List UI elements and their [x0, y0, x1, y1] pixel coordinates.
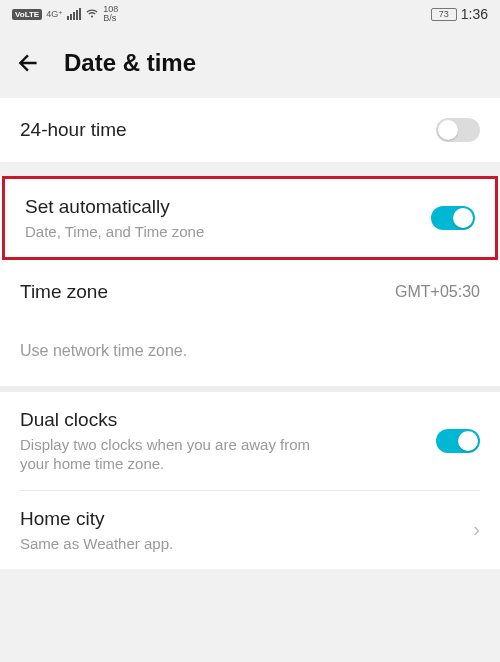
toggle-24-hour[interactable] — [436, 118, 480, 142]
highlight-frame: Set automatically Date, Time, and Time z… — [2, 176, 498, 260]
hint-use-network-time-zone: Use network time zone. — [0, 324, 500, 386]
network-gen: 4G⁺ — [46, 9, 63, 19]
row-label: Dual clocks — [20, 408, 340, 433]
toggle-dual-clocks[interactable] — [436, 429, 480, 453]
header: Date & time — [0, 28, 500, 98]
row-label: Set automatically — [25, 195, 204, 220]
row-sublabel: Display two clocks when you are away fro… — [20, 435, 340, 474]
row-sublabel: Date, Time, and Time zone — [25, 222, 204, 242]
signal-icon — [67, 8, 81, 20]
status-clock: 1:36 — [461, 6, 488, 22]
row-label: Home city — [20, 507, 173, 532]
row-24-hour-time[interactable]: 24-hour time — [0, 98, 500, 162]
network-speed: 108 B/s — [103, 5, 118, 23]
battery-icon: 73 — [431, 8, 457, 21]
wifi-icon — [85, 7, 99, 21]
volte-badge: VoLTE — [12, 9, 42, 20]
page-title: Date & time — [64, 49, 196, 77]
status-bar: VoLTE 4G⁺ 108 B/s 73 1:36 — [0, 0, 500, 28]
row-label: 24-hour time — [20, 118, 127, 143]
row-label: Time zone — [20, 280, 108, 305]
back-icon[interactable] — [16, 50, 42, 76]
time-zone-value: GMT+05:30 — [395, 283, 480, 301]
chevron-right-icon: › — [473, 518, 480, 541]
row-dual-clocks[interactable]: Dual clocks Display two clocks when you … — [0, 392, 500, 490]
row-home-city[interactable]: Home city Same as Weather app. › — [0, 491, 500, 569]
toggle-set-automatically[interactable] — [431, 206, 475, 230]
row-sublabel: Same as Weather app. — [20, 534, 173, 554]
row-time-zone[interactable]: Time zone GMT+05:30 — [0, 260, 500, 324]
row-set-automatically[interactable]: Set automatically Date, Time, and Time z… — [5, 179, 495, 257]
